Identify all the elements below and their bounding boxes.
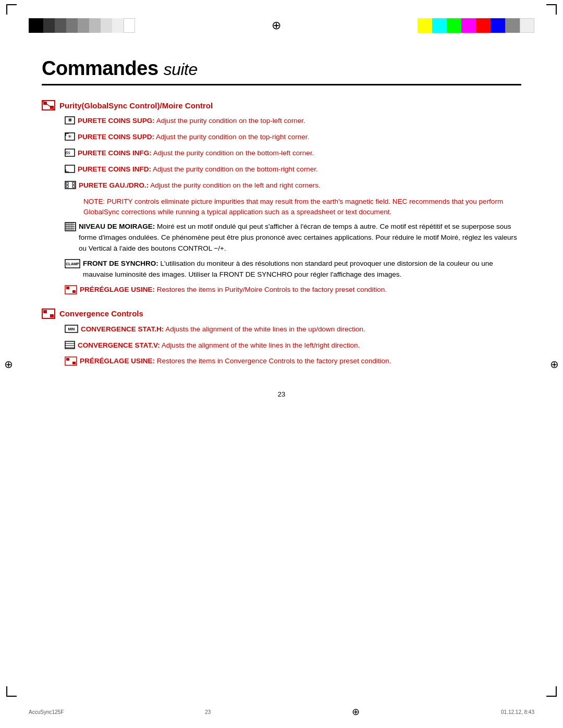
reg-mark-right: ⊕: [550, 358, 559, 371]
item-conv-v-text: CONVERGENCE STAT.V: Adjusts the alignmen…: [78, 340, 521, 351]
item-infg-text: PURETE COINS INFG: Adjust the purity con…: [78, 148, 521, 159]
convergence-items: MIN CONVERGENCE STAT.H: Adjusts the alig…: [65, 324, 521, 370]
item-prereglage-purity-icon: [65, 285, 77, 298]
purity-section-icon: [42, 100, 55, 110]
item-supg: ✳ PURETE COINS SUPG: Adjust the purity c…: [65, 116, 521, 128]
item-gau-dro: PURETE GAU./DRO.: Adjust the purity cond…: [65, 180, 521, 193]
item-infg-icon: 6s: [65, 149, 75, 161]
swatch-blue: [491, 18, 505, 33]
swatch-yellow: [418, 18, 432, 33]
swatch-magenta: [461, 18, 476, 33]
svg-rect-18: [66, 186, 68, 188]
svg-text:CLAMP: CLAMP: [66, 262, 79, 266]
section-convergence-label: Convergence Controls: [59, 309, 143, 318]
svg-rect-32: [66, 287, 69, 289]
top-crosshair: ⊕: [272, 19, 281, 32]
swatch-grey-3: [66, 18, 78, 33]
svg-rect-44: [66, 358, 69, 361]
item-conv-v: CONVERGENCE STAT.V: Adjusts the alignmen…: [65, 340, 521, 353]
color-bar-right: [418, 18, 534, 33]
color-bar-left: [29, 18, 135, 33]
svg-line-3: [42, 101, 55, 110]
section-purity-heading: Purity(GlobalSync Control)/Moire Control: [42, 100, 521, 110]
corner-mark-top-left: [6, 4, 17, 15]
item-moirage: NIVEAU DE MOIRAGE: Moiré est un motif on…: [65, 221, 521, 254]
swatch-green: [447, 18, 461, 33]
convergence-section-icon: [42, 309, 55, 319]
svg-rect-35: [43, 310, 47, 313]
item-conv-h-icon: MIN: [65, 325, 78, 337]
footer-crosshair: ⊕: [352, 706, 360, 718]
footer-right: 01.12.12, 8:43: [501, 709, 534, 715]
corner-mark-bottom-right: [546, 686, 557, 697]
item-infd: PURETE COINS INFD: Adjust the purity con…: [65, 164, 521, 177]
item-gau-dro-icon: [65, 181, 76, 193]
item-conv-h: MIN CONVERGENCE STAT.H: Adjusts the alig…: [65, 324, 521, 337]
svg-rect-12: [65, 165, 75, 172]
item-gau-dro-text: PURETE GAU./DRO.: Adjust the purity cond…: [79, 180, 521, 191]
swatch-red: [476, 18, 491, 33]
svg-rect-16: [66, 182, 68, 184]
item-front-synchro: CLAMP FRONT DE SYNCHRO: L'utilisation du…: [65, 258, 521, 280]
page-number: 23: [42, 390, 521, 398]
item-supd-text: PURETE COINS SUPD: Adjust the purity con…: [78, 132, 521, 143]
corner-mark-top-right: [546, 4, 557, 15]
item-moirage-icon: [65, 222, 76, 235]
page: ⊕ ⊕ ⊕: [0, 0, 563, 728]
page-title: Commandes suite: [42, 57, 521, 85]
svg-rect-17: [72, 186, 75, 188]
item-supg-text: PURETE COINS SUPG: Adjust the purity con…: [78, 116, 521, 127]
swatch-black: [29, 18, 43, 33]
swatch-grey-5: [89, 18, 101, 33]
footer: AccuSync125F 23 ⊕ 01.12.12, 8:43: [0, 706, 563, 718]
item-conv-v-icon: [65, 341, 75, 353]
item-infd-icon: [65, 165, 75, 177]
item-prereglage-purity: PRÉRÉGLAGE USINE: Restores the items in …: [65, 285, 521, 298]
svg-text:✳: ✳: [68, 134, 72, 139]
item-infd-text: PURETE COINS INFD: Adjust the purity con…: [78, 164, 521, 175]
svg-rect-45: [72, 362, 76, 364]
footer-center: 23: [205, 709, 211, 715]
item-moirage-text: NIVEAU DE MOIRAGE: Moiré est un motif on…: [79, 221, 521, 254]
item-supg-icon: ✳: [65, 116, 75, 128]
item-conv-h-text: CONVERGENCE STAT.H: Adjusts the alignmen…: [81, 324, 521, 335]
swatch-grey-7: [112, 18, 124, 33]
footer-left: AccuSync125F: [29, 709, 64, 715]
purity-note: NOTE: PURITY controls eliminate picture …: [83, 196, 521, 218]
svg-rect-36: [50, 314, 54, 317]
swatch-mid-grey: [505, 18, 520, 33]
item-infg: 6s PURETE COINS INFG: Adjust the purity …: [65, 148, 521, 161]
grey-bars: [43, 18, 135, 33]
main-content: Commandes suite Purity(GlobalSync Contro…: [0, 47, 563, 445]
reg-mark-left: ⊕: [4, 358, 13, 371]
item-prereglage-conv-text: PRÉRÉGLAGE USINE: Restores the items in …: [80, 356, 521, 367]
item-supd-icon: ✳: [65, 132, 75, 144]
swatch-grey-6: [101, 18, 112, 33]
swatch-grey-2: [55, 18, 66, 33]
corner-mark-bottom-left: [6, 686, 17, 697]
section-convergence-heading: Convergence Controls: [42, 309, 521, 319]
swatch-light: [520, 18, 534, 33]
purity-items: ✳ PURETE COINS SUPG: Adjust the purity c…: [65, 116, 521, 193]
top-bar: ⊕: [0, 0, 563, 47]
svg-rect-33: [72, 290, 76, 293]
item-front-synchro-text: FRONT DE SYNCHRO: L'utilisation du monit…: [83, 258, 521, 280]
item-supd: ✳ PURETE COINS SUPD: Adjust the purity c…: [65, 132, 521, 144]
swatch-grey-4: [78, 18, 89, 33]
swatch-grey-1: [43, 18, 55, 33]
item-prereglage-conv-icon: [65, 356, 77, 369]
svg-text:✳: ✳: [68, 117, 72, 123]
item-prereglage-conv: PRÉRÉGLAGE USINE: Restores the items in …: [65, 356, 521, 369]
svg-text:6s: 6s: [65, 150, 70, 155]
swatch-cyan: [432, 18, 447, 33]
svg-text:MIN: MIN: [68, 327, 75, 331]
item-front-synchro-icon: CLAMP: [65, 259, 80, 272]
svg-rect-19: [72, 182, 75, 184]
item-prereglage-purity-text: PRÉRÉGLAGE USINE: Restores the items in …: [80, 285, 521, 295]
swatch-white: [124, 18, 135, 33]
section-purity-label: Purity(GlobalSync Control)/Moire Control: [59, 101, 213, 110]
